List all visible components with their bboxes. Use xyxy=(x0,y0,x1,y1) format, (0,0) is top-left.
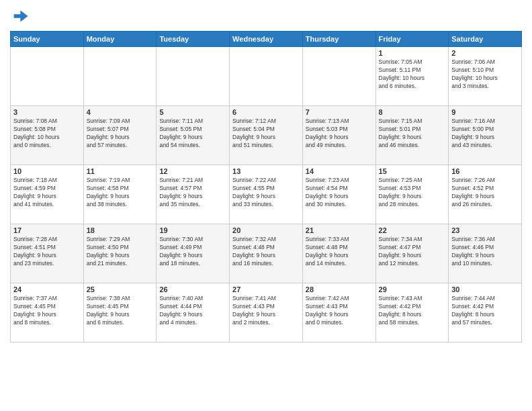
day-number: 26 xyxy=(159,285,226,293)
day-number: 29 xyxy=(379,285,446,293)
day-number: 6 xyxy=(232,108,300,116)
calendar-cell: 25Sunrise: 7:38 AM Sunset: 4:45 PM Dayli… xyxy=(83,283,157,342)
day-info: Sunrise: 7:09 AM Sunset: 5:07 PM Dayligh… xyxy=(87,118,154,150)
day-info: Sunrise: 7:16 AM Sunset: 5:00 PM Dayligh… xyxy=(451,118,519,150)
day-info: Sunrise: 7:42 AM Sunset: 4:43 PM Dayligh… xyxy=(306,295,373,327)
day-number: 5 xyxy=(159,108,226,116)
day-number: 24 xyxy=(13,285,81,293)
day-number: 17 xyxy=(13,226,81,234)
day-number: 22 xyxy=(379,226,446,234)
calendar-cell: 23Sunrise: 7:36 AM Sunset: 4:46 PM Dayli… xyxy=(449,224,522,283)
calendar-cell: 27Sunrise: 7:41 AM Sunset: 4:43 PM Dayli… xyxy=(230,283,303,342)
calendar-cell: 19Sunrise: 7:30 AM Sunset: 4:49 PM Dayli… xyxy=(157,224,230,283)
day-number: 3 xyxy=(13,108,81,116)
day-info: Sunrise: 7:19 AM Sunset: 4:58 PM Dayligh… xyxy=(87,177,154,209)
logo xyxy=(10,7,32,26)
calendar-cell: 1Sunrise: 7:05 AM Sunset: 5:11 PM Daylig… xyxy=(375,47,449,106)
calendar-cell: 26Sunrise: 7:40 AM Sunset: 4:44 PM Dayli… xyxy=(157,283,230,342)
weekday-header-monday: Monday xyxy=(83,32,157,47)
header xyxy=(10,7,522,26)
day-number: 7 xyxy=(306,108,373,116)
day-info: Sunrise: 7:33 AM Sunset: 4:48 PM Dayligh… xyxy=(306,236,373,268)
calendar-cell: 11Sunrise: 7:19 AM Sunset: 4:58 PM Dayli… xyxy=(83,165,157,224)
day-info: Sunrise: 7:37 AM Sunset: 4:45 PM Dayligh… xyxy=(13,295,81,327)
weekday-header-friday: Friday xyxy=(375,32,449,47)
calendar-cell: 20Sunrise: 7:32 AM Sunset: 4:48 PM Dayli… xyxy=(230,224,303,283)
day-number: 20 xyxy=(232,226,300,234)
calendar-week-5: 24Sunrise: 7:37 AM Sunset: 4:45 PM Dayli… xyxy=(11,283,522,342)
calendar-cell: 9Sunrise: 7:16 AM Sunset: 5:00 PM Daylig… xyxy=(449,106,522,165)
day-info: Sunrise: 7:11 AM Sunset: 5:05 PM Dayligh… xyxy=(159,118,226,150)
day-number: 4 xyxy=(87,108,154,116)
calendar-week-4: 17Sunrise: 7:28 AM Sunset: 4:51 PM Dayli… xyxy=(11,224,522,283)
calendar-cell: 15Sunrise: 7:25 AM Sunset: 4:53 PM Dayli… xyxy=(375,165,449,224)
day-info: Sunrise: 7:13 AM Sunset: 5:03 PM Dayligh… xyxy=(306,118,373,150)
calendar-cell xyxy=(230,47,303,106)
day-info: Sunrise: 7:08 AM Sunset: 5:08 PM Dayligh… xyxy=(13,118,81,150)
calendar-cell: 17Sunrise: 7:28 AM Sunset: 4:51 PM Dayli… xyxy=(11,224,84,283)
day-number: 15 xyxy=(379,167,446,175)
calendar-cell: 5Sunrise: 7:11 AM Sunset: 5:05 PM Daylig… xyxy=(157,106,230,165)
logo-icon xyxy=(10,7,29,26)
weekday-header-tuesday: Tuesday xyxy=(157,32,230,47)
day-number: 1 xyxy=(379,49,446,57)
day-number: 28 xyxy=(306,285,373,293)
day-info: Sunrise: 7:23 AM Sunset: 4:54 PM Dayligh… xyxy=(306,177,373,209)
weekday-header-saturday: Saturday xyxy=(449,32,522,47)
day-number: 16 xyxy=(451,167,519,175)
weekday-header-sunday: Sunday xyxy=(11,32,84,47)
day-number: 11 xyxy=(87,167,154,175)
day-info: Sunrise: 7:44 AM Sunset: 4:42 PM Dayligh… xyxy=(451,295,519,327)
day-number: 27 xyxy=(232,285,300,293)
calendar-cell: 30Sunrise: 7:44 AM Sunset: 4:42 PM Dayli… xyxy=(449,283,522,342)
calendar-cell: 14Sunrise: 7:23 AM Sunset: 4:54 PM Dayli… xyxy=(302,165,375,224)
day-number: 13 xyxy=(232,167,300,175)
calendar-body: 1Sunrise: 7:05 AM Sunset: 5:11 PM Daylig… xyxy=(11,47,522,342)
day-number: 21 xyxy=(306,226,373,234)
day-number: 18 xyxy=(87,226,154,234)
day-info: Sunrise: 7:28 AM Sunset: 4:51 PM Dayligh… xyxy=(13,236,81,268)
day-info: Sunrise: 7:41 AM Sunset: 4:43 PM Dayligh… xyxy=(232,295,300,327)
calendar-cell: 18Sunrise: 7:29 AM Sunset: 4:50 PM Dayli… xyxy=(83,224,157,283)
day-number: 23 xyxy=(451,226,519,234)
day-info: Sunrise: 7:32 AM Sunset: 4:48 PM Dayligh… xyxy=(232,236,300,268)
day-info: Sunrise: 7:25 AM Sunset: 4:53 PM Dayligh… xyxy=(379,177,446,209)
day-number: 12 xyxy=(159,167,226,175)
calendar-cell: 16Sunrise: 7:26 AM Sunset: 4:52 PM Dayli… xyxy=(449,165,522,224)
weekday-header-thursday: Thursday xyxy=(302,32,375,47)
day-info: Sunrise: 7:12 AM Sunset: 5:04 PM Dayligh… xyxy=(232,118,300,150)
day-info: Sunrise: 7:18 AM Sunset: 4:59 PM Dayligh… xyxy=(13,177,81,209)
day-number: 30 xyxy=(451,285,519,293)
calendar-header: SundayMondayTuesdayWednesdayThursdayFrid… xyxy=(11,32,522,47)
calendar-week-2: 3Sunrise: 7:08 AM Sunset: 5:08 PM Daylig… xyxy=(11,106,522,165)
calendar-cell: 21Sunrise: 7:33 AM Sunset: 4:48 PM Dayli… xyxy=(302,224,375,283)
day-info: Sunrise: 7:29 AM Sunset: 4:50 PM Dayligh… xyxy=(87,236,154,268)
day-info: Sunrise: 7:43 AM Sunset: 4:42 PM Dayligh… xyxy=(379,295,446,327)
calendar-cell xyxy=(83,47,157,106)
calendar-table: SundayMondayTuesdayWednesdayThursdayFrid… xyxy=(10,31,522,342)
day-info: Sunrise: 7:36 AM Sunset: 4:46 PM Dayligh… xyxy=(451,236,519,268)
calendar-cell: 13Sunrise: 7:22 AM Sunset: 4:55 PM Dayli… xyxy=(230,165,303,224)
calendar-cell: 10Sunrise: 7:18 AM Sunset: 4:59 PM Dayli… xyxy=(11,165,84,224)
calendar-cell: 22Sunrise: 7:34 AM Sunset: 4:47 PM Dayli… xyxy=(375,224,449,283)
day-info: Sunrise: 7:05 AM Sunset: 5:11 PM Dayligh… xyxy=(379,58,446,91)
calendar-cell: 12Sunrise: 7:21 AM Sunset: 4:57 PM Dayli… xyxy=(157,165,230,224)
day-number: 25 xyxy=(87,285,154,293)
calendar-cell: 3Sunrise: 7:08 AM Sunset: 5:08 PM Daylig… xyxy=(11,106,84,165)
day-number: 8 xyxy=(379,108,446,116)
day-info: Sunrise: 7:34 AM Sunset: 4:47 PM Dayligh… xyxy=(379,236,446,268)
calendar-cell xyxy=(302,47,375,106)
calendar-cell: 8Sunrise: 7:15 AM Sunset: 5:01 PM Daylig… xyxy=(375,106,449,165)
day-number: 9 xyxy=(451,108,519,116)
day-number: 10 xyxy=(13,167,81,175)
calendar-cell xyxy=(157,47,230,106)
calendar-cell: 4Sunrise: 7:09 AM Sunset: 5:07 PM Daylig… xyxy=(83,106,157,165)
calendar-cell: 6Sunrise: 7:12 AM Sunset: 5:04 PM Daylig… xyxy=(230,106,303,165)
day-info: Sunrise: 7:30 AM Sunset: 4:49 PM Dayligh… xyxy=(159,236,226,268)
day-number: 19 xyxy=(159,226,226,234)
day-info: Sunrise: 7:06 AM Sunset: 5:10 PM Dayligh… xyxy=(451,58,519,91)
calendar-cell: 2Sunrise: 7:06 AM Sunset: 5:10 PM Daylig… xyxy=(449,47,522,106)
calendar-week-1: 1Sunrise: 7:05 AM Sunset: 5:11 PM Daylig… xyxy=(11,47,522,106)
calendar-week-3: 10Sunrise: 7:18 AM Sunset: 4:59 PM Dayli… xyxy=(11,165,522,224)
day-info: Sunrise: 7:40 AM Sunset: 4:44 PM Dayligh… xyxy=(159,295,226,327)
